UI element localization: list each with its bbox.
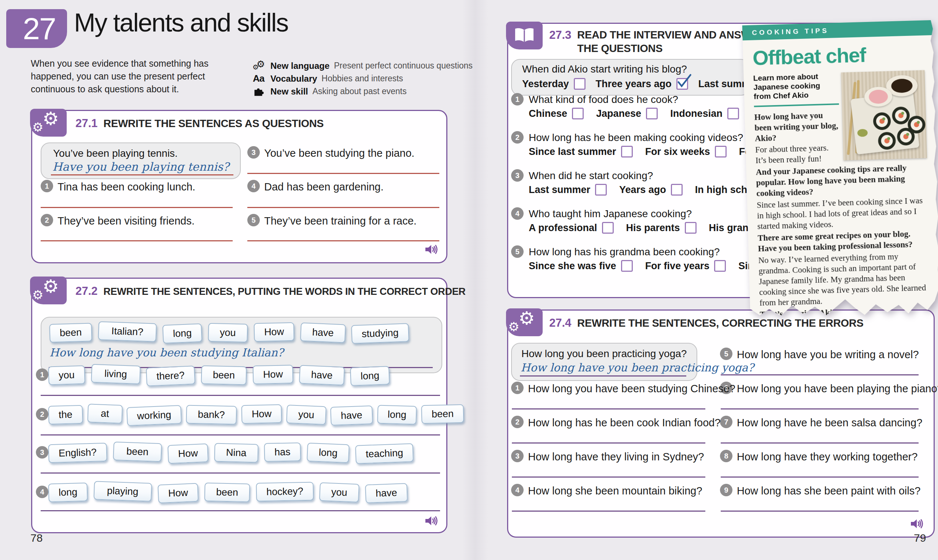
gears-icon: ⚙⚙ (253, 60, 270, 72)
word-tile[interactable]: How (168, 443, 208, 464)
example-handwritten-answer: How long have you been studying Italian? (49, 346, 283, 359)
audio-speaker-icon[interactable] (425, 243, 439, 255)
word-tile[interactable]: How (254, 322, 294, 342)
checkbox[interactable] (621, 260, 633, 272)
word-tile[interactable]: How (241, 405, 282, 424)
option-label: Since she was five (529, 260, 616, 272)
word-tile[interactable]: playing (94, 481, 152, 502)
sentence-item: How long has he been cook Indian food? (528, 417, 721, 429)
magazine-clipping: COOKING TIPS Offbeat chef Learn more abo… (742, 11, 938, 309)
checkbox[interactable] (621, 146, 633, 157)
page-number-left: 78 (31, 532, 43, 544)
word-tiles-row: the at working bank? How you have long b… (48, 405, 464, 424)
answer-line (512, 408, 705, 409)
word-tile[interactable]: Nina (214, 443, 258, 463)
word-tile[interactable]: long (377, 405, 417, 425)
checkbox[interactable] (646, 108, 658, 119)
word-tile[interactable]: been (49, 323, 92, 342)
item-number-badge: 3 (511, 450, 524, 462)
word-tile[interactable]: have (365, 483, 407, 503)
word-tile[interactable]: working (126, 405, 182, 426)
item-number-badge: 2 (36, 408, 48, 420)
word-tile[interactable]: How (253, 365, 293, 384)
option-label: Three years ago (596, 78, 672, 90)
word-tile[interactable]: the (48, 405, 83, 425)
answer-line (41, 434, 440, 435)
teal-rule (754, 103, 839, 107)
word-tile[interactable]: long (307, 443, 350, 463)
options-row: Chinese Japanese Indonesian (529, 108, 739, 119)
gears-exercise-icon: ⚙⚙ (30, 109, 67, 137)
checkbox[interactable] (602, 222, 614, 234)
audio-speaker-icon[interactable] (425, 515, 439, 527)
option-label: Yesterday (522, 78, 569, 90)
sentence-item: How long has she been paint with oils? (737, 485, 920, 497)
word-tile[interactable]: have (299, 365, 345, 385)
word-tile[interactable]: long (162, 323, 202, 343)
word-tile[interactable]: long (350, 366, 390, 386)
exercise-title: REWRITE THE SENTENCES AS QUESTIONS (103, 118, 323, 130)
option-label: Japanese (596, 108, 641, 119)
word-tile[interactable]: living (91, 364, 140, 385)
word-tile[interactable]: hockey? (256, 482, 314, 502)
audio-speaker-icon[interactable] (910, 518, 924, 529)
item-number-badge: 1 (511, 382, 524, 394)
word-tile[interactable]: you (319, 482, 359, 503)
exercise-panel-27-1: ⚙⚙ 27.1 REWRITE THE SENTENCES AS QUESTIO… (31, 110, 447, 263)
checkbox[interactable] (715, 146, 727, 157)
word-tile[interactable]: you (48, 366, 85, 385)
word-tile[interactable]: you (286, 405, 327, 425)
word-tile[interactable]: have (300, 322, 346, 343)
sentence-item: Tina has been cooking lunch. (57, 181, 195, 193)
exercise-number: 27.4 (549, 317, 571, 330)
exercise-number: 27.3 (549, 28, 571, 42)
answer-line (51, 174, 233, 175)
item-number-badge: 1 (41, 180, 53, 192)
exercise-panel-27-4: ⚙⚙ 27.4 REWRITE THE SENTENCES, CORRECTIN… (507, 309, 935, 538)
word-tile[interactable]: long (48, 483, 88, 503)
options-row: Yesterday Three years ago Last summer (522, 78, 776, 90)
answer-line (41, 510, 440, 511)
checkbox[interactable] (671, 184, 682, 195)
checkbox[interactable] (714, 260, 726, 272)
intro-text: When you see evidence that something has… (31, 57, 211, 95)
answer-line (41, 472, 440, 474)
item-number-badge: 3 (36, 446, 48, 458)
checkbox[interactable] (676, 78, 688, 90)
item-number-badge: 9 (720, 484, 732, 496)
sentence-item: How long have he been salsa dancing? (737, 417, 922, 429)
word-tile[interactable]: at (87, 404, 122, 423)
checkbox[interactable] (727, 108, 739, 119)
word-tile[interactable]: has (264, 442, 301, 462)
word-tile[interactable]: been (113, 442, 162, 462)
item-number-badge: 5 (511, 245, 524, 258)
item-number-badge: 3 (247, 146, 260, 158)
word-tile[interactable]: teaching (355, 443, 414, 464)
sentence-item: How long have they living in Sydney? (528, 451, 704, 463)
word-tile[interactable]: studying (351, 323, 409, 344)
clipping-headline: Offbeat chef (752, 42, 924, 70)
word-tile[interactable]: bank? (186, 405, 237, 425)
example-box: How long you been practicing yoga? How l… (511, 343, 697, 381)
word-tile[interactable]: been (201, 366, 246, 385)
checkbox[interactable] (595, 184, 607, 195)
word-tile[interactable]: Italian? (98, 321, 157, 342)
word-tile[interactable]: been (204, 483, 250, 503)
option-label: A professional (529, 222, 597, 234)
word-tile[interactable]: you (208, 323, 248, 342)
sentence-item: They’ve been visiting friends. (57, 215, 194, 227)
word-tile[interactable]: there? (146, 366, 195, 386)
checkbox[interactable] (572, 108, 584, 119)
word-tile[interactable]: have (330, 405, 373, 426)
word-tile[interactable]: been (421, 405, 464, 424)
item-number-badge: 2 (41, 214, 53, 226)
answer-line (247, 240, 439, 242)
unit-number: 27 (18, 11, 55, 46)
word-tile[interactable]: English? (48, 443, 107, 463)
checkbox[interactable] (574, 78, 585, 90)
page-number-right: 79 (914, 532, 926, 544)
word-tile[interactable]: How (157, 483, 199, 504)
answer-line (520, 375, 686, 377)
answer-line (721, 511, 919, 512)
checkbox[interactable] (685, 222, 696, 234)
